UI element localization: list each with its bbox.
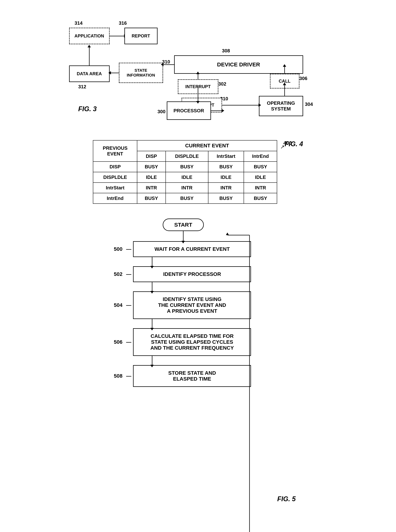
ref-316: 316 — [119, 20, 127, 26]
cell-2-1: INTR — [166, 183, 208, 193]
intr-top-down-arrow — [198, 87, 198, 98]
proc-to-intr-arrow — [211, 111, 222, 111]
os-box: OPERATING SYSTEM — [259, 96, 303, 116]
state-info-box: STATE INFORMATION — [119, 63, 163, 83]
fig5-section: START 500 — WAIT FOR A CURRENT EVENT 502… — [69, 219, 327, 510]
table-row: DISPLDLE IDLE IDLE IDLE IDLE — [93, 172, 277, 183]
fig4-table: PREVIOUS EVENT CURRENT EVENT DISP DISPLD… — [93, 140, 277, 204]
cell-2-0: INTR — [137, 183, 166, 193]
step-508-box: STORE STATE AND ELASPED TIME — [133, 365, 251, 387]
ref-312: 312 — [78, 84, 86, 90]
state-to-data-arrow — [111, 73, 119, 73]
cell-3-2: BUSY — [208, 193, 244, 204]
step-500-box: WAIT FOR A CURRENT EVENT — [133, 241, 251, 257]
start-arrow — [183, 231, 184, 241]
col-intrend: IntrEnd — [244, 151, 277, 161]
fig3-label: FIG. 3 — [78, 105, 97, 113]
cell-0-2: BUSY — [208, 161, 244, 172]
cell-3-1: BUSY — [166, 193, 208, 204]
ref-314: 314 — [75, 20, 82, 26]
ref-400: 400 — [283, 140, 292, 146]
cell-1-1: IDLE — [166, 172, 208, 183]
call-up-arrow — [284, 66, 285, 74]
application-box: APPLICATION — [69, 28, 110, 44]
arrow-506-508 — [152, 356, 152, 365]
prev-event-header: PREVIOUS EVENT — [93, 140, 137, 161]
cell-1-0: IDLE — [137, 172, 166, 183]
ref-304: 304 — [305, 101, 313, 107]
table-row: IntrStart INTR INTR INTR INTR — [93, 183, 277, 193]
fig4-section: 400 ↗ PREVIOUS EVENT CURRENT EVENT DISP … — [69, 140, 327, 204]
ref-300: 300 — [157, 109, 165, 114]
intr-bot-to-os-arrow — [222, 105, 259, 106]
arrow-502-504 — [152, 282, 152, 291]
col-intrstart: IntrStart — [208, 151, 244, 161]
cell-3-3: BUSY — [244, 193, 277, 204]
cell-0-3: BUSY — [244, 161, 277, 172]
cell-1-2: IDLE — [208, 172, 244, 183]
arrow-500-502 — [152, 257, 152, 266]
cell-1-3: IDLE — [244, 172, 277, 183]
current-event-header: CURRENT EVENT — [137, 140, 277, 151]
dd-to-state-arrow — [163, 64, 174, 65]
ref-306: 306 — [299, 76, 307, 81]
prev-intrend: IntrEnd — [93, 193, 137, 204]
intr-down-to-proc-arrow — [198, 98, 198, 101]
processor-box: PROCESSOR — [167, 101, 211, 120]
arrow-504-506 — [152, 319, 152, 328]
step-506-label: 506 — [100, 339, 122, 345]
col-disp: DISP — [137, 151, 166, 161]
step-506-box: CALCULATE ELAPSED TIME FOR STATE USING E… — [133, 328, 251, 356]
step-508-label: 508 — [100, 373, 122, 379]
app-to-report-arrow — [110, 36, 124, 36]
cell-0-0: BUSY — [137, 161, 166, 172]
cell-2-2: INTR — [208, 183, 244, 193]
prev-disp: DISP — [93, 161, 137, 172]
step-502-label: 502 — [100, 271, 122, 277]
data-area-box: DATA AREA — [69, 65, 110, 82]
ref-308: 308 — [222, 48, 230, 54]
prev-displdle: DISPLDLE — [93, 172, 137, 183]
col-displdle: DISPLDLE — [166, 151, 208, 161]
cell-3-0: BUSY — [137, 193, 166, 204]
os-to-call-arrow — [284, 85, 285, 96]
prev-intrstart: IntrStart — [93, 183, 137, 193]
start-node: START — [163, 219, 204, 231]
fig3-section: 314 316 APPLICATION REPORT DATA AREA 312… — [60, 18, 336, 125]
fig5-label: FIG. 5 — [277, 495, 296, 503]
svg-marker-3 — [226, 232, 229, 235]
page: 314 316 APPLICATION REPORT DATA AREA 312… — [0, 0, 396, 532]
step-504-label: 504 — [100, 302, 122, 308]
step-504-box: IDENTIFY STATE USING THE CURRENT EVENT A… — [133, 291, 251, 319]
report-box: REPORT — [124, 28, 157, 44]
table-row: DISP BUSY BUSY BUSY BUSY — [93, 161, 277, 172]
data-to-app-arrow — [89, 47, 90, 65]
table-row: IntrEnd BUSY BUSY BUSY BUSY — [93, 193, 277, 204]
cell-0-1: BUSY — [166, 161, 208, 172]
step-502-box: IDENTIFY PROCESSOR — [133, 266, 251, 282]
intr-top-up-arrow — [198, 74, 198, 79]
step-500-label: 500 — [100, 246, 122, 252]
cell-2-3: INTR — [244, 183, 277, 193]
ref-302: 302 — [218, 81, 226, 87]
